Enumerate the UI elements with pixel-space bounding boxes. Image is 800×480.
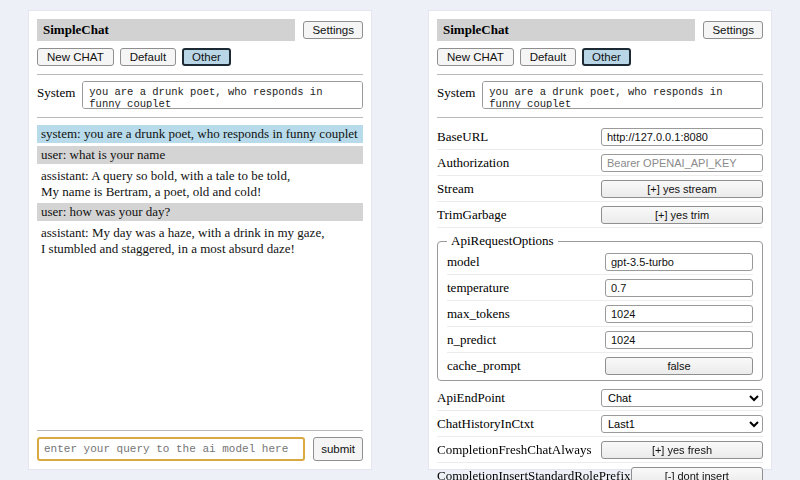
submit-button[interactable]: submit [313,437,363,461]
completionfresh-label: CompletionFreshChatAlways [437,442,592,458]
setting-row-stream: Stream [+] yes stream [437,176,763,202]
system-prompt-row: System you are a drunk poet, who respond… [437,81,763,109]
model-label: model [447,254,480,270]
settings-panel: SimpleChat Settings New CHAT Default Oth… [428,10,772,470]
setting-row-cache-prompt: cache_prompt false [447,353,753,378]
spacer [37,261,363,422]
chat-message-system: system: you are a drunk poet, who respon… [37,125,363,143]
temperature-label: temperature [447,280,509,296]
chat-message-user: user: what is your name [37,146,363,164]
page: SimpleChat Settings New CHAT Default Oth… [0,0,800,480]
chat-message-assistant: assistant: My day was a haze, with a dri… [37,224,363,258]
chat-message-user: user: how was your day? [37,203,363,221]
system-prompt-input[interactable]: you are a drunk poet, who responds in fu… [482,81,763,109]
trimgarbage-label: TrimGarbage [437,207,507,223]
baseurl-input[interactable] [601,128,763,146]
tab-other[interactable]: Other [182,48,231,66]
tab-default[interactable]: Default [520,48,576,66]
authorization-label: Authorization [437,155,509,171]
settings-button[interactable]: Settings [703,21,763,39]
divider [37,117,363,118]
setting-row-completioninsert: CompletionInsertStandardRolePrefix [-] d… [437,463,763,480]
setting-row-model: model [447,249,753,275]
chat-header: SimpleChat Settings [37,19,363,41]
apiendpoint-label: ApiEndPoint [437,390,505,406]
max-tokens-input[interactable] [605,305,753,323]
tab-default[interactable]: Default [120,48,176,66]
max-tokens-label: max_tokens [447,306,510,322]
setting-row-apiendpoint: ApiEndPoint Chat [437,385,763,411]
cache-prompt-toggle-button[interactable]: false [605,357,753,375]
new-chat-button[interactable]: New CHAT [437,48,514,66]
setting-row-baseurl: BaseURL [437,124,763,150]
temperature-input[interactable] [605,279,753,297]
setting-row-completionfresh: CompletionFreshChatAlways [+] yes fresh [437,437,763,463]
setting-row-max-tokens: max_tokens [447,301,753,327]
model-input[interactable] [605,253,753,271]
query-input[interactable] [37,437,305,461]
chat-panel: SimpleChat Settings New CHAT Default Oth… [28,10,372,470]
setting-row-temperature: temperature [447,275,753,301]
completioninsert-label: CompletionInsertStandardRolePrefix [437,468,631,480]
system-label: System [37,81,75,101]
baseurl-label: BaseURL [437,129,488,145]
apiendpoint-select[interactable]: Chat [601,389,763,407]
system-prompt-row: System you are a drunk poet, who respond… [37,81,363,109]
chat-toolbar: New CHAT Default Other [37,48,363,66]
completionfresh-toggle-button[interactable]: [+] yes fresh [601,441,763,459]
divider [37,430,363,431]
settings-header: SimpleChat Settings [437,19,763,41]
n-predict-input[interactable] [605,331,753,349]
chathistoryinctxt-select[interactable]: Last1 [601,415,763,433]
completioninsert-toggle-button[interactable]: [-] dont insert [631,467,763,480]
setting-row-trimgarbage: TrimGarbage [+] yes trim [437,202,763,228]
chathistoryinctxt-label: ChatHistoryInCtxt [437,416,534,432]
cache-prompt-label: cache_prompt [447,358,521,374]
trimgarbage-toggle-button[interactable]: [+] yes trim [601,206,763,224]
app-title: SimpleChat [437,19,695,41]
setting-row-authorization: Authorization [437,150,763,176]
settings-button[interactable]: Settings [303,21,363,39]
n-predict-label: n_predict [447,332,496,348]
api-request-options-legend: ApiRequestOptions [447,233,558,249]
app-title: SimpleChat [37,19,295,41]
api-request-options-fieldset: ApiRequestOptions model temperature max_… [437,233,763,381]
new-chat-button[interactable]: New CHAT [37,48,114,66]
divider [437,117,763,118]
stream-toggle-button[interactable]: [+] yes stream [601,180,763,198]
stream-label: Stream [437,181,474,197]
setting-row-chathistoryinctxt: ChatHistoryInCtxt Last1 [437,411,763,437]
authorization-input[interactable] [601,154,763,172]
tab-other[interactable]: Other [582,48,631,66]
setting-row-n-predict: n_predict [447,327,753,353]
divider [37,74,363,75]
system-label: System [437,81,475,101]
chat-message-list: system: you are a drunk poet, who respon… [37,125,363,261]
system-prompt-input[interactable]: you are a drunk poet, who responds in fu… [82,81,363,109]
divider [437,74,763,75]
query-row: submit [37,437,363,461]
settings-toolbar: New CHAT Default Other [437,48,763,66]
chat-message-assistant: assistant: A query so bold, with a tale … [37,167,363,201]
